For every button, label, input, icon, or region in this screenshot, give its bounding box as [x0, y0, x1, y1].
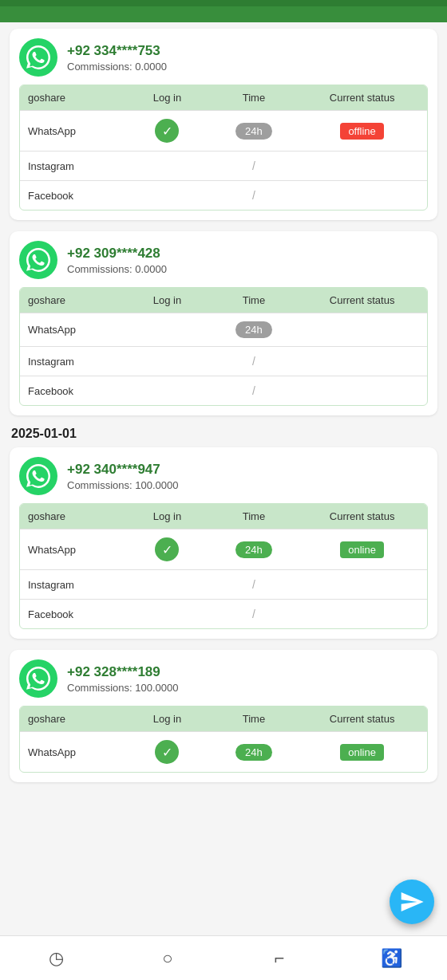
- goshare-cell: Facebook: [20, 376, 124, 405]
- member-avatar: [19, 457, 57, 495]
- time-cell: /: [211, 347, 298, 376]
- member-header: +92 334****753 Commissions: 0.0000: [19, 38, 428, 77]
- goshare-cell: WhatsApp: [20, 732, 124, 772]
- header-goshare: goshare: [20, 504, 124, 529]
- time-cell: 24h: [211, 732, 298, 772]
- member-header: +92 328****189 Commissions: 100.0000: [19, 659, 428, 698]
- table-row: Facebook /: [20, 376, 427, 405]
- table-row: WhatsApp ✓ 24h offline: [20, 110, 427, 151]
- member-phone: +92 328****189: [67, 664, 178, 680]
- member-avatar: [19, 241, 57, 279]
- member-card: +92 340****947 Commissions: 100.0000 gos…: [10, 447, 437, 639]
- header-login: Log in: [124, 85, 211, 110]
- status-cell: [297, 570, 427, 599]
- login-cell: [124, 152, 211, 180]
- send-icon: [399, 889, 425, 915]
- goshare-cell: WhatsApp: [20, 111, 124, 151]
- table-row: Instagram /: [20, 346, 427, 376]
- header-status: Current status: [297, 504, 427, 529]
- member-phone: +92 309****428: [67, 246, 167, 262]
- header-time: Time: [211, 85, 298, 110]
- status-offline: offline: [340, 123, 383, 140]
- bottom-nav: ◷ ○ ⌐ ♿: [0, 935, 447, 980]
- member-table: goshare Log in Time Current status Whats…: [19, 503, 428, 629]
- time-slash: /: [252, 159, 255, 172]
- table-row: WhatsApp 24h: [20, 313, 427, 346]
- header-time: Time: [211, 706, 298, 731]
- status-cell: [297, 600, 427, 628]
- header-status: Current status: [297, 288, 427, 313]
- date-separator: 2025-01-01: [11, 427, 437, 441]
- table-header: goshare Log in Time Current status: [20, 288, 427, 313]
- table-row: WhatsApp ✓ 24h online: [20, 731, 427, 772]
- accessibility-icon: ♿: [381, 948, 402, 969]
- home-icon: ○: [162, 948, 172, 969]
- time-cell: /: [211, 152, 298, 180]
- member-commission: Commissions: 0.0000: [67, 61, 167, 73]
- goshare-cell: Instagram: [20, 347, 124, 376]
- member-table: goshare Log in Time Current status Whats…: [19, 85, 428, 211]
- goshare-cell: WhatsApp: [20, 529, 124, 569]
- table-header: goshare Log in Time Current status: [20, 85, 427, 110]
- member-commission: Commissions: 100.0000: [67, 479, 178, 491]
- goshare-cell: Instagram: [20, 152, 124, 180]
- goshare-cell: Instagram: [20, 570, 124, 599]
- time-badge: 24h: [235, 541, 272, 558]
- goshare-cell: WhatsApp: [20, 313, 124, 346]
- time-badge: 24h: [235, 123, 272, 140]
- header-status: Current status: [297, 85, 427, 110]
- member-phone: +92 334****753: [67, 43, 167, 59]
- nav-recent[interactable]: ◷: [36, 943, 76, 974]
- header-goshare: goshare: [20, 288, 124, 313]
- status-cell: [297, 181, 427, 210]
- nav-home[interactable]: ○: [148, 943, 188, 974]
- time-slash: /: [252, 578, 255, 591]
- login-cell: [124, 347, 211, 376]
- member-header: +92 340****947 Commissions: 100.0000: [19, 457, 428, 495]
- header-time: Time: [211, 504, 298, 529]
- header-login: Log in: [124, 706, 211, 731]
- status-bar: [0, 0, 447, 6]
- status-cell: [297, 313, 427, 346]
- header-time: Time: [211, 288, 298, 313]
- login-check: ✓: [155, 119, 179, 143]
- header-status: Current status: [297, 706, 427, 731]
- status-online: online: [340, 541, 384, 558]
- login-cell: ✓: [124, 111, 211, 151]
- member-table: goshare Log in Time Current status Whats…: [19, 706, 428, 773]
- fab-button[interactable]: [390, 880, 434, 924]
- login-check: ✓: [155, 537, 179, 561]
- time-badge: 24h: [235, 744, 272, 761]
- time-slash: /: [252, 608, 255, 620]
- login-cell: [124, 181, 211, 210]
- time-cell: 24h: [211, 313, 298, 346]
- status-cell: [297, 152, 427, 180]
- time-slash: /: [252, 384, 255, 397]
- header-login: Log in: [124, 288, 211, 313]
- time-cell: /: [211, 376, 298, 405]
- table-row: Instagram /: [20, 569, 427, 599]
- time-cell: 24h: [211, 111, 298, 151]
- recent-icon: ◷: [49, 948, 64, 969]
- login-cell: [124, 600, 211, 628]
- content-area: +92 334****753 Commissions: 0.0000 gosha…: [0, 22, 447, 800]
- login-check: ✓: [155, 740, 179, 764]
- nav-accessibility[interactable]: ♿: [371, 943, 411, 974]
- member-info: +92 334****753 Commissions: 0.0000: [67, 43, 167, 73]
- status-online: online: [340, 744, 384, 761]
- login-cell: ✓: [124, 732, 211, 772]
- goshare-cell: Facebook: [20, 181, 124, 210]
- status-cell: [297, 347, 427, 376]
- member-phone: +92 340****947: [67, 462, 178, 478]
- member-card: +92 334****753 Commissions: 0.0000 gosha…: [10, 29, 437, 220]
- nav-back[interactable]: ⌐: [259, 943, 299, 974]
- member-avatar: [19, 659, 57, 698]
- goshare-cell: Facebook: [20, 600, 124, 628]
- time-slash: /: [252, 189, 255, 202]
- time-cell: /: [211, 600, 298, 628]
- member-avatar: [19, 38, 57, 77]
- table-header: goshare Log in Time Current status: [20, 504, 427, 529]
- header-login: Log in: [124, 504, 211, 529]
- login-cell: [124, 376, 211, 405]
- member-info: +92 328****189 Commissions: 100.0000: [67, 664, 178, 694]
